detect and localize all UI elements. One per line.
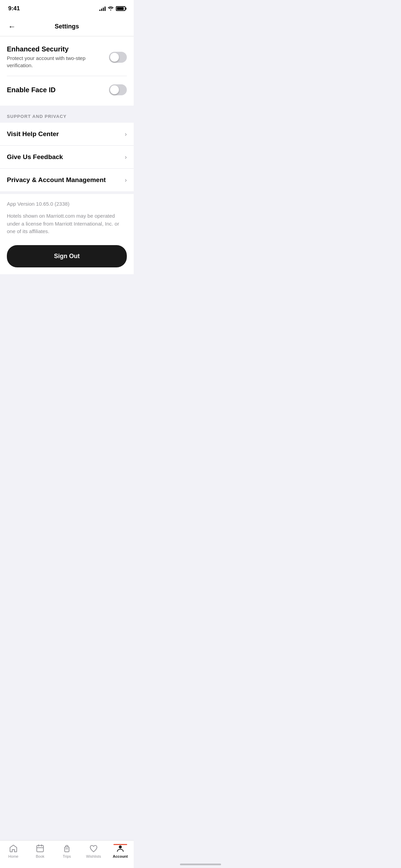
face-id-label: Enable Face ID <box>7 86 56 94</box>
enhanced-security-text: Enhanced Security Protect your account w… <box>7 45 109 69</box>
enhanced-security-label: Enhanced Security <box>7 45 109 53</box>
enhanced-security-description: Protect your account with two-step verif… <box>7 55 88 69</box>
chevron-right-icon: › <box>125 177 127 184</box>
app-version: App Version 10.65.0 (2338) <box>7 201 127 207</box>
toggle-knob <box>110 53 119 62</box>
enhanced-security-toggle[interactable] <box>109 52 127 63</box>
chevron-right-icon: › <box>125 154 127 161</box>
app-info-section: App Version 10.65.0 (2338) Hotels shown … <box>0 194 134 274</box>
privacy-account-management-label: Privacy & Account Management <box>7 176 106 184</box>
back-arrow-icon: ← <box>8 23 16 31</box>
visit-help-center-label: Visit Help Center <box>7 130 59 138</box>
enhanced-security-row: Enhanced Security Protect your account w… <box>7 43 127 71</box>
chevron-right-icon: › <box>125 131 127 138</box>
wifi-icon <box>108 6 114 12</box>
back-button[interactable]: ← <box>5 20 19 33</box>
support-privacy-header: SUPPORT AND PRIVACY <box>7 114 66 119</box>
privacy-account-management-item[interactable]: Privacy & Account Management › <box>0 169 134 191</box>
sign-out-button[interactable]: Sign Out <box>7 245 127 267</box>
face-id-toggle[interactable] <box>109 84 127 95</box>
give-feedback-label: Give Us Feedback <box>7 153 63 161</box>
divider <box>7 76 127 76</box>
enhanced-security-section: Enhanced Security Protect your account w… <box>0 36 134 106</box>
status-time: 9:41 <box>8 5 20 12</box>
app-disclaimer: Hotels shown on Marriott.com may be oper… <box>7 212 127 236</box>
face-id-row: Enable Face ID <box>7 81 127 99</box>
nav-header: ← Settings <box>0 17 134 36</box>
face-id-toggle-knob <box>110 85 119 94</box>
visit-help-center-item[interactable]: Visit Help Center › <box>0 123 134 146</box>
page-title: Settings <box>54 23 79 30</box>
status-bar: 9:41 <box>0 0 134 17</box>
signal-bars-icon <box>99 6 106 11</box>
give-feedback-item[interactable]: Give Us Feedback › <box>0 146 134 169</box>
battery-icon <box>116 6 125 11</box>
status-icons <box>99 6 125 12</box>
support-privacy-menu: Visit Help Center › Give Us Feedback › P… <box>0 123 134 191</box>
support-privacy-header-area: SUPPORT AND PRIVACY <box>0 106 134 123</box>
